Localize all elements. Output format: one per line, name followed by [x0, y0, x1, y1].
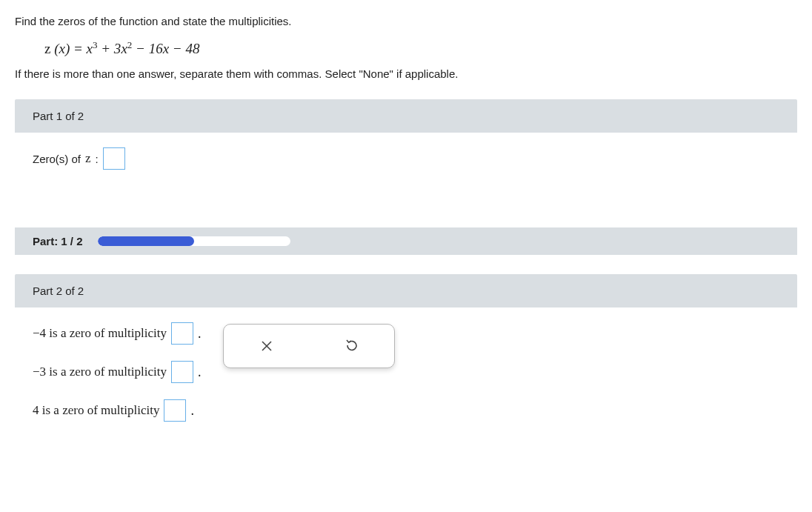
part-2-body: −4 is a zero of multiplicity . −3 is a z… — [15, 307, 797, 460]
period: . — [190, 403, 194, 419]
zeros-label-fn: z — [85, 151, 91, 166]
undo-icon — [345, 339, 359, 353]
multiplicity-row: 4 is a zero of multiplicity . — [33, 399, 201, 422]
part-2-header: Part 2 of 2 — [15, 274, 797, 307]
zero-value-2: −3 — [33, 365, 46, 379]
question-prompt: Find the zeros of the function and state… — [15, 15, 797, 27]
period: . — [198, 365, 202, 380]
close-icon — [260, 339, 273, 353]
period: . — [198, 326, 202, 342]
question-instruction: If there is more than one answer, separa… — [15, 67, 797, 80]
progress-bar-section: Part: 1 / 2 — [15, 227, 797, 255]
multiplicity-row: −3 is a zero of multiplicity . — [33, 361, 201, 383]
part-1-header: Part 1 of 2 — [15, 99, 797, 133]
zero-text-2: is a zero of multiplicity — [46, 365, 167, 379]
multiplicity-input-2[interactable] — [171, 361, 193, 383]
part-1-body: Zero(s) of z: — [15, 133, 797, 208]
zeros-input[interactable] — [103, 147, 125, 170]
multiplicity-input-1[interactable] — [171, 322, 193, 345]
progress-track — [98, 236, 290, 246]
zeros-label-prefix: Zero(s) of — [33, 153, 81, 165]
multiplicity-row: −4 is a zero of multiplicity . — [33, 322, 201, 345]
clear-button[interactable] — [224, 325, 309, 368]
multiplicity-input-3[interactable] — [164, 399, 186, 422]
answer-toolbox — [223, 324, 395, 368]
progress-label: Part: 1 / 2 — [33, 235, 83, 247]
progress-fill — [98, 236, 194, 246]
function-formula: z (x) = x3 + 3x2 − 16x − 48 — [44, 39, 797, 57]
zero-value-3: 4 — [33, 403, 39, 417]
zeros-label-suffix: : — [96, 153, 99, 165]
zero-text-1: is a zero of multiplicity — [46, 326, 167, 340]
reset-button[interactable] — [309, 325, 394, 368]
zero-text-3: is a zero of multiplicity — [39, 403, 160, 417]
zero-value-1: −4 — [33, 326, 46, 340]
